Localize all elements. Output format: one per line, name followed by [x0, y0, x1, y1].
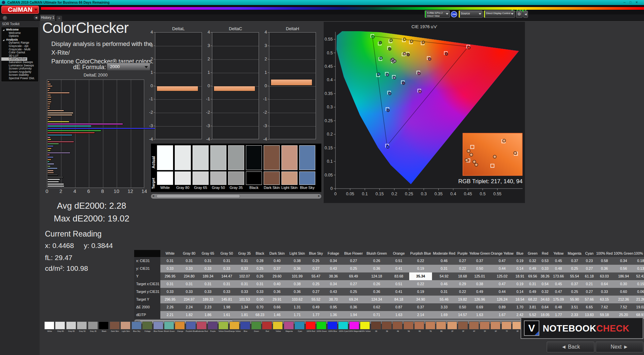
patch-chip-32[interactable]	[392, 321, 402, 329]
table-cell[interactable]: 0.00	[253, 296, 267, 303]
table-cell[interactable]: 0.53	[539, 257, 551, 265]
table-cell[interactable]: 52.43	[634, 272, 644, 280]
patch-chip-28[interactable]	[349, 321, 359, 329]
scroll-left-icon[interactable]: ◀	[152, 194, 154, 198]
table-cell[interactable]: 0.33	[217, 265, 236, 272]
table-cell[interactable]: 0.69	[469, 303, 490, 311]
sidebar-collapse-button[interactable]: ◀	[34, 15, 39, 20]
table-cell[interactable]: 0.38	[469, 280, 490, 288]
table-cell[interactable]: 0.54	[539, 280, 551, 288]
table-cell[interactable]: 0.71	[365, 311, 388, 319]
table-cell[interactable]: 0.36	[287, 265, 307, 272]
table-cell[interactable]: 38.70	[325, 296, 342, 303]
maximize-icon[interactable]: □	[630, 1, 635, 4]
table-cell[interactable]: 0.64	[596, 280, 613, 288]
table-cell[interactable]: 0.19	[514, 280, 526, 288]
table-cell[interactable]: 0.37	[566, 257, 583, 265]
table-cell[interactable]: 0.33	[160, 288, 180, 296]
table-cell[interactable]: 0.36	[267, 288, 287, 296]
table-cell[interactable]: 1.94	[342, 311, 365, 319]
table-cell[interactable]: 0.13	[634, 265, 644, 272]
table-cell[interactable]: 0.41	[388, 288, 409, 296]
settings-gear-button[interactable]: ⚙	[516, 11, 523, 18]
table-cell[interactable]: 84.18	[388, 296, 409, 303]
table-cell[interactable]: 1.86	[199, 311, 217, 319]
table-cell[interactable]: 14.57	[456, 311, 469, 319]
patch-chip-29[interactable]	[360, 321, 370, 329]
table-cell[interactable]: 19.82	[456, 296, 469, 303]
table-cell[interactable]: 69.49	[342, 272, 365, 280]
table-cell[interactable]: 126.24	[490, 296, 514, 303]
patch-chip-11[interactable]	[164, 321, 174, 329]
table-cell[interactable]: 1.82	[180, 311, 199, 319]
close-icon[interactable]: ✕	[635, 1, 642, 4]
patch-chip-1[interactable]	[55, 321, 65, 329]
table-cell[interactable]: 69.56	[526, 272, 539, 280]
table-cell[interactable]: 0.95	[325, 303, 342, 311]
table-cell[interactable]: 0.31	[199, 257, 217, 265]
table-cell[interactable]: 1.71	[287, 311, 307, 319]
table-cell[interactable]: 0.22	[409, 280, 432, 288]
table-cell[interactable]: 0.19	[514, 257, 526, 265]
table-cell[interactable]: 55.90	[566, 296, 583, 303]
table-cell[interactable]: 55.47	[307, 272, 325, 280]
table-cell[interactable]: 0.41	[388, 265, 409, 272]
table-cell[interactable]: 0.31	[526, 280, 539, 288]
patch-chip-0[interactable]	[44, 321, 54, 329]
table-cell[interactable]: 1.31	[287, 303, 307, 311]
table-cell[interactable]: 7.52	[613, 303, 634, 311]
table-cell[interactable]: 0.37	[469, 257, 490, 265]
table-cell[interactable]: 0.30	[613, 280, 634, 288]
table-cell[interactable]: 1.67	[490, 311, 514, 319]
patch-chip-9[interactable]	[142, 321, 152, 329]
table-cell[interactable]: 296.95	[160, 296, 180, 303]
table-cell[interactable]: 2.14	[409, 311, 432, 319]
table-cell[interactable]: 0.37	[409, 303, 432, 311]
table-cell[interactable]: 0.40	[267, 280, 287, 288]
table-cell[interactable]: 0.38	[287, 257, 307, 265]
table-cell[interactable]: 175.09	[551, 296, 566, 303]
table-cell[interactable]: 0.31	[160, 280, 180, 288]
table-cell[interactable]: 1.46	[267, 311, 287, 319]
table-cell[interactable]: 0.56	[613, 265, 634, 272]
table-cell[interactable]: 69.24	[342, 296, 365, 303]
tree-group-welcome[interactable]: Welcome	[1, 28, 38, 32]
table-cell[interactable]: 0.32	[539, 288, 551, 296]
table-cell[interactable]: 145.81	[217, 296, 236, 303]
table-cell[interactable]: 0.89	[490, 303, 514, 311]
table-cell[interactable]: 103.62	[287, 296, 307, 303]
table-cell[interactable]: 0.49	[526, 288, 539, 296]
table-cell[interactable]: 0.26	[365, 257, 388, 265]
patch-chip-22[interactable]	[284, 321, 294, 329]
table-cell[interactable]: 0.87	[388, 303, 409, 311]
table-cell[interactable]: 0.31	[180, 257, 199, 265]
table-cell[interactable]: 0.31	[217, 257, 236, 265]
patch-chip-6[interactable]	[110, 321, 120, 329]
tree-group-analysis[interactable]: Analysis	[1, 38, 38, 42]
table-cell[interactable]: 0.51	[388, 257, 409, 265]
table-cell[interactable]: 0.27	[583, 288, 596, 296]
table-cell[interactable]: 55.54	[566, 272, 583, 280]
table-cell[interactable]: 0.43	[325, 265, 342, 272]
table-cell[interactable]: 0.70	[253, 303, 267, 311]
table-cell[interactable]: 1.98	[217, 303, 236, 311]
table-cell[interactable]: 0.51	[388, 280, 409, 288]
table-cell[interactable]: 0.14	[514, 265, 526, 272]
table-cell[interactable]: 0.36	[365, 288, 388, 296]
table-cell[interactable]: 125.01	[469, 272, 490, 280]
table-cell[interactable]: 18.68	[456, 272, 469, 280]
table-cell[interactable]: 0.33	[180, 265, 199, 272]
table-cell[interactable]: 0.36	[287, 288, 307, 296]
table-cell[interactable]: 0.33	[217, 288, 236, 296]
table-cell[interactable]: 126.96	[469, 296, 490, 303]
table-cell[interactable]: 101.99	[287, 272, 307, 280]
table-cell[interactable]: 0.31	[236, 280, 253, 288]
title-bar[interactable]: CalMAN 2019 CalMAN Ultimate for Business…	[0, 0, 644, 5]
sidebar-item-color-gamut[interactable]: Color Gamut	[1, 51, 38, 54]
table-cell[interactable]: 0.33	[180, 288, 199, 296]
table-cell[interactable]: 0.27	[583, 265, 596, 272]
table-cell[interactable]: 0.46	[432, 257, 456, 265]
table-cell[interactable]: 1.77	[307, 311, 325, 319]
table-cell[interactable]: 0.45	[551, 257, 566, 265]
patch-chip-16[interactable]	[218, 321, 228, 329]
